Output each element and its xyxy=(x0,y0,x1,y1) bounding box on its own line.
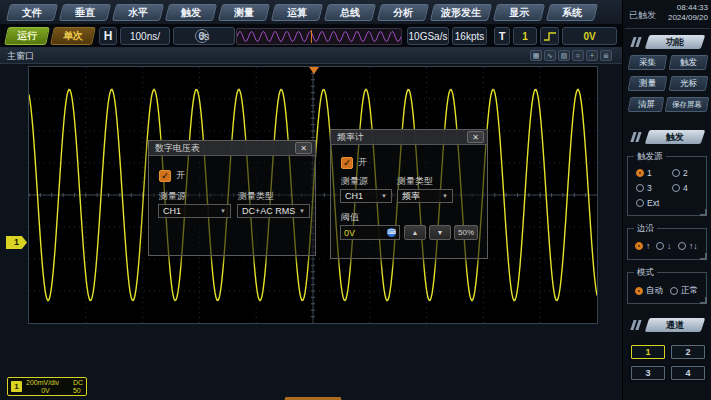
radio-selected-icon xyxy=(635,287,643,295)
freq-source-label: 测量源 xyxy=(341,175,368,188)
mode-normal-option[interactable]: 正常 xyxy=(670,285,698,297)
measure-button[interactable]: 测量 xyxy=(628,76,668,91)
close-icon[interactable]: ✕ xyxy=(467,131,484,143)
freq-counter-dialog: 频率计 ✕ ✓ 开 测量源 测量类型 CH1▼ 频率▼ 阈值 0V ⌨ ▲ ▼ … xyxy=(330,129,488,259)
freq-on-label: 开 xyxy=(358,156,367,169)
source-option-3[interactable]: 3 xyxy=(636,183,652,193)
menu-wavegen[interactable]: 波形发生 xyxy=(430,4,492,21)
chevron-down-icon: ▼ xyxy=(381,193,387,199)
dvm-dialog-title[interactable]: 数字电压表 ✕ xyxy=(149,141,315,156)
menu-trigger[interactable]: 触发 xyxy=(165,4,217,21)
trigger-edge-icon[interactable] xyxy=(540,27,559,45)
clock-date: 2024/09/20 xyxy=(668,13,708,23)
preview-trigger-position xyxy=(311,30,312,43)
trigger-level-button[interactable]: 0V xyxy=(562,27,617,45)
edge-rising-option[interactable]: ↑ xyxy=(635,241,650,251)
timebase-button[interactable]: 100ns/ xyxy=(120,27,170,45)
window-toolbar-icons: ▦ ∿ ▧ ⌗ + ≣ xyxy=(530,50,612,61)
xy-view-icon[interactable]: ⌗ xyxy=(572,50,584,61)
dvm-dialog: 数字电压表 ✕ ✓ 开 测量源 测量类型 CH1▼ DC+AC RMS▼ xyxy=(148,140,316,256)
edge-either-option[interactable]: ↑↓ xyxy=(678,241,698,251)
source-option-2[interactable]: 2 xyxy=(672,168,688,178)
source-option-ext[interactable]: Ext xyxy=(636,198,659,208)
freq-on-checkbox[interactable]: ✓ xyxy=(341,157,353,169)
menu-measure[interactable]: 测量 xyxy=(218,4,270,21)
cursor-button[interactable]: 光标 xyxy=(669,76,709,91)
save-screen-button[interactable]: 保存屏幕 xyxy=(665,97,710,112)
channel1-number: 1 xyxy=(11,381,22,392)
menu-analyze[interactable]: 分析 xyxy=(377,4,429,21)
radio-icon xyxy=(670,287,678,295)
divider xyxy=(625,28,710,29)
trigger-source-button[interactable]: 1 xyxy=(513,27,537,45)
list-view-icon[interactable]: ≣ xyxy=(600,50,612,61)
channel1-offset: 0V xyxy=(26,387,65,395)
window-titlebar: 主窗口 ▦ ∿ ▧ ⌗ + ≣ xyxy=(0,48,622,64)
menu-file[interactable]: 文件 xyxy=(6,4,58,21)
add-view-icon[interactable]: + xyxy=(586,50,598,61)
threshold-50pct-button[interactable]: 50% xyxy=(454,225,478,240)
threshold-down-button[interactable]: ▼ xyxy=(429,225,451,240)
menu-horizontal[interactable]: 水平 xyxy=(112,4,164,21)
channel1-coupling: DC xyxy=(73,379,83,387)
run-button[interactable]: 运行 xyxy=(4,27,50,45)
source-option-4[interactable]: 4 xyxy=(672,183,688,193)
clear-button[interactable]: 清屏 xyxy=(628,97,665,112)
split-view-icon[interactable]: ▧ xyxy=(558,50,570,61)
menu-bus[interactable]: 总线 xyxy=(324,4,376,21)
freq-source-dropdown[interactable]: CH1▼ xyxy=(340,189,392,203)
menu-vertical[interactable]: 垂直 xyxy=(59,4,111,21)
trigger-section-header: 触发 xyxy=(645,130,706,144)
radio-icon xyxy=(678,242,686,250)
trigger-source-group: 触发源 1 2 3 4 Ext xyxy=(627,156,707,216)
keypad-icon[interactable]: ⌨ xyxy=(387,228,396,237)
channel-4-button[interactable]: 4 xyxy=(671,366,705,380)
waveform-view-icon[interactable]: ∿ xyxy=(544,50,556,61)
dvm-type-dropdown[interactable]: DC+AC RMS▼ xyxy=(237,204,310,218)
zoom-plus-icon[interactable]: ⊕ xyxy=(195,29,209,43)
threshold-input[interactable]: 0V ⌨ xyxy=(340,225,400,240)
sidebar: 已触发 08:44:33 2024/09/20 功能 采集 触发 测量 光标 清… xyxy=(622,0,711,400)
grid-view-icon[interactable]: ▦ xyxy=(530,50,542,61)
radio-icon xyxy=(636,199,644,207)
trigger-position-marker[interactable] xyxy=(309,67,319,74)
radio-icon xyxy=(656,242,664,250)
trigger-button[interactable]: 触发 xyxy=(669,55,709,70)
threshold-up-button[interactable]: ▲ xyxy=(404,225,426,240)
freq-type-label: 测量类型 xyxy=(397,175,433,188)
dvm-source-dropdown[interactable]: CH1▼ xyxy=(158,204,231,218)
clock-time: 08:44:33 xyxy=(668,3,708,13)
channel-2-button[interactable]: 2 xyxy=(671,345,705,359)
channel1-badge[interactable]: 1 200mV/div DC 0V 50 xyxy=(7,377,87,396)
menu-system[interactable]: 系统 xyxy=(546,4,598,21)
freq-dialog-title[interactable]: 频率计 ✕ xyxy=(331,130,487,145)
mode-auto-option[interactable]: 自动 xyxy=(635,285,663,297)
preview-wave xyxy=(237,29,401,44)
chevron-down-icon: ▼ xyxy=(442,193,448,199)
window-title: 主窗口 xyxy=(7,50,34,63)
channel-1-button[interactable]: 1 xyxy=(631,345,665,359)
single-button[interactable]: 单次 xyxy=(50,27,96,45)
trigger-indicator: T xyxy=(494,27,510,45)
waveform-preview[interactable] xyxy=(236,28,402,45)
dvm-on-checkbox[interactable]: ✓ xyxy=(159,170,171,182)
toolbar: 运行 单次 H 100ns/ 0s ⊕ 10GSa/s 16kpts T 1 0… xyxy=(0,24,622,48)
dvm-type-label: 测量类型 xyxy=(238,190,274,203)
channel-3-button[interactable]: 3 xyxy=(631,366,665,380)
radio-selected-icon xyxy=(635,242,643,250)
freq-type-dropdown[interactable]: 频率▼ xyxy=(397,189,453,203)
threshold-label: 阈值 xyxy=(341,211,359,224)
source-option-1[interactable]: 1 xyxy=(636,168,652,178)
trigger-status: 已触发 xyxy=(629,9,656,22)
dvm-on-label: 开 xyxy=(176,169,185,182)
menu-math[interactable]: 运算 xyxy=(271,4,323,21)
menu-display[interactable]: 显示 xyxy=(493,4,545,21)
functions-header: 功能 xyxy=(645,35,706,49)
channel1-scale: 200mV/div xyxy=(26,379,65,387)
ch1-ground-marker[interactable]: 1 xyxy=(6,236,27,249)
acquire-button[interactable]: 采集 xyxy=(628,55,668,70)
edge-falling-option[interactable]: ↓ xyxy=(656,241,671,251)
horizontal-indicator: H xyxy=(99,27,117,45)
channel1-impedance: 50 xyxy=(73,387,83,395)
close-icon[interactable]: ✕ xyxy=(295,142,312,154)
